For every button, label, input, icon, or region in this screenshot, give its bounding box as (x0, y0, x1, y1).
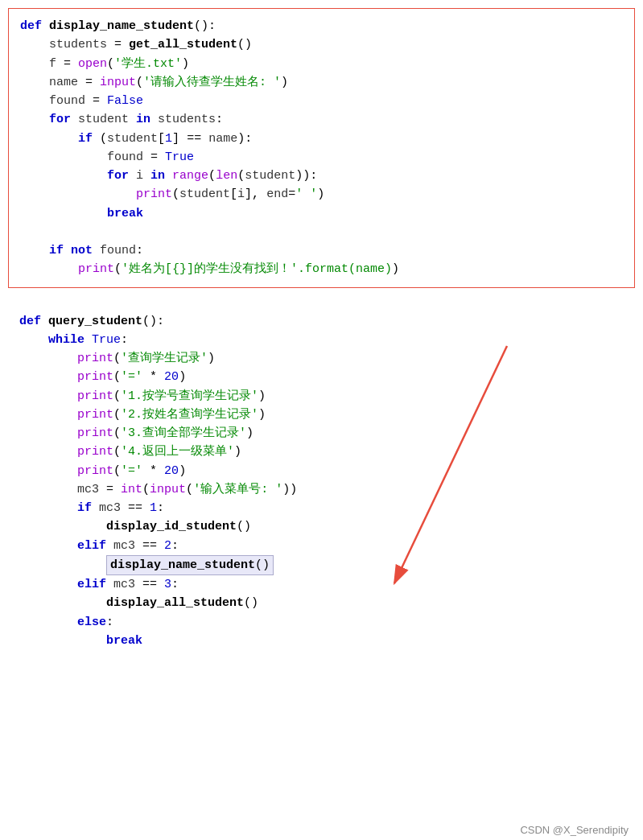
line-b1: def query_student(): (19, 312, 624, 331)
watermark: CSDN @X_Serendipity (520, 822, 629, 838)
line-b5: print('1.按学号查询学生记录') (19, 387, 624, 406)
line-t13: if not found: (20, 241, 623, 260)
line-t7: if (student[1] == name): (20, 130, 623, 148)
line-b6: print('2.按姓名查询学生记录') (19, 406, 624, 424)
line-t9: for i in range(len(student)): (20, 167, 623, 185)
line-b7: print('3.查询全部学生记录') (19, 424, 624, 443)
line-b17: else: (19, 613, 624, 632)
line-t1: def display_name_student(): (20, 17, 623, 35)
line-t11: break (20, 204, 623, 223)
line-t12 (20, 223, 623, 241)
page-wrap: def display_name_student(): students = g… (0, 8, 643, 840)
line-t2: students = get_all_student() (20, 35, 623, 54)
line-t6: for student in students: (20, 110, 623, 129)
top-code-block: def display_name_student(): students = g… (8, 8, 635, 288)
line-t10: print(student[i], end=' ') (20, 185, 623, 204)
line-b4: print('=' * 20) (19, 368, 624, 386)
line-b10: mc3 = int(input('输入菜单号: ')) (19, 480, 624, 499)
line-t3: f = open('学生.txt') (20, 55, 623, 73)
line-b3: print('查询学生记录') (19, 349, 624, 368)
line-t5: found = False (20, 92, 623, 110)
line-b13: elif mc3 == 2: (19, 537, 624, 555)
line-b14: display_name_student() (19, 555, 624, 575)
line-t14: print('姓名为[{}]的学生没有找到！'.format(name)) (20, 260, 623, 278)
line-t8: found = True (20, 148, 623, 167)
line-b9: print('=' * 20) (19, 462, 624, 480)
line-b16: display_all_student() (19, 594, 624, 612)
line-t4: name = input('请输入待查学生姓名: ') (20, 73, 623, 92)
line-b12: display_id_student() (19, 517, 624, 536)
line-b18: break (19, 632, 624, 650)
line-b8: print('4.返回上一级菜单') (19, 443, 624, 461)
bottom-code-block: def query_student(): while True: print('… (8, 304, 635, 659)
line-b2: while True: (19, 331, 624, 349)
line-b15: elif mc3 == 3: (19, 575, 624, 594)
line-b11: if mc3 == 1: (19, 499, 624, 517)
highlighted-call: display_name_student() (106, 555, 274, 575)
